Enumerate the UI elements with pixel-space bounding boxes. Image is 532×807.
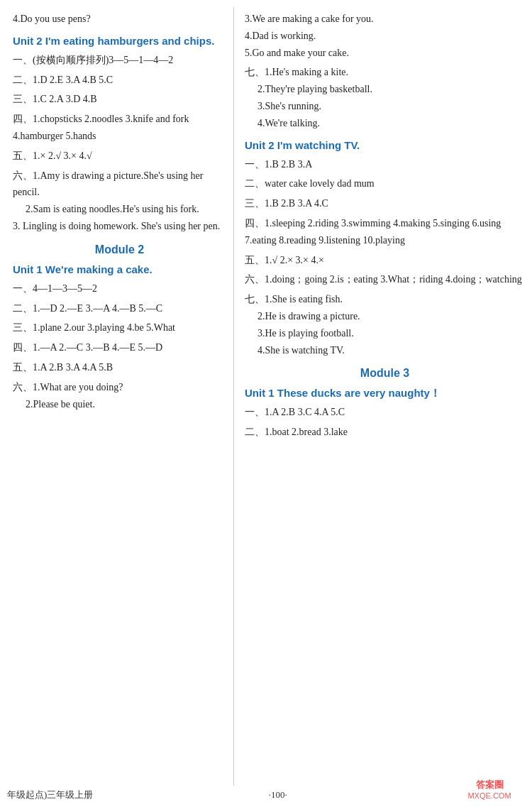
qi-section: 七、1.He's making a kite. 2.They're playin… [245,64,525,131]
tv-si: 四、1.sleeping 2.riding 3.swimming 4.makin… [245,215,525,249]
footer-center: ·100· [269,789,287,801]
unit2-si: 四、1.chopsticks 2.noodles 3.knife and for… [13,111,226,145]
unit1-m3-title: Unit 1 These ducks are very naughty！ [245,385,525,400]
left-column: 4.Do you use pens? Unit 2 I'm eating ham… [0,7,234,786]
module3-title: Module 3 [245,367,525,380]
unit2-er: 二、1.D 2.E 3.A 4.B 5.C [13,72,226,89]
m2u1-er: 二、1.—D 2.—E 3.—A 4.—B 5.—C [13,300,226,317]
watermark: 答案圈 MXQE.COM [447,772,532,807]
watermark-logo: 答案圈 [476,779,504,791]
top-question: 4.Do you use pens? [13,11,226,28]
m2u1-san: 三、1.plane 2.our 3.playing 4.be 5.What [13,319,226,336]
watermark-site: MXQE.COM [467,791,511,800]
m3u1-er: 二、1.boat 2.bread 3.lake [245,424,525,441]
tv-san: 三、1.B 2.B 3.A 4.C [245,195,525,212]
m2u1-wu: 五、1.A 2.B 3.A 4.A 5.B [13,359,226,376]
unit2-tv-title: Unit 2 I'm watching TV. [245,138,525,153]
tv-yi: 一、1.B 2.B 3.A [245,156,525,173]
m3u1-yi: 一、1.A 2.B 3.C 4.A 5.C [245,404,525,421]
right-column: 3.We are making a cake for you. 4.Dad is… [234,7,532,786]
m2u1-yi: 一、4—1—3—5—2 [13,280,226,297]
unit1-m2-title: Unit 1 We're making a cake. [13,262,226,277]
unit2-title: Unit 2 I'm eating hamburgers and chips. [13,33,226,48]
unit2-wu: 五、1.× 2.√ 3.× 4.√ [13,148,226,165]
unit2-san: 三、1.C 2.A 3.D 4.B [13,91,226,108]
unit2-liu: 六、1.Amy is drawing a picture.She's using… [13,168,226,235]
module2-title: Module 2 [13,243,226,256]
page: 4.Do you use pens? Unit 2 I'm eating ham… [0,0,532,807]
tv-wu: 五、1.√ 2.× 3.× 4.× [245,252,525,269]
tv-liu: 六、1.doing；going 2.is；eating 3.What；ridin… [245,271,525,288]
m2u1-liu: 六、1.What are you doing? 2.Please be quie… [13,379,226,413]
m2u1-si: 四、1.—A 2.—C 3.—B 4.—E 5.—D [13,339,226,356]
right-top-3: 3.We are making a cake for you. 4.Dad is… [245,11,525,61]
unit2-yi: 一、(按横向顺序排列)3—5—1—4—2 [13,52,226,69]
footer-left: 年级起点)三年级上册 [7,789,93,801]
tv-er: 二、water cake lovely dad mum [245,175,525,192]
tv-qi: 七、1.She is eating fish. 2.He is drawing … [245,291,525,358]
